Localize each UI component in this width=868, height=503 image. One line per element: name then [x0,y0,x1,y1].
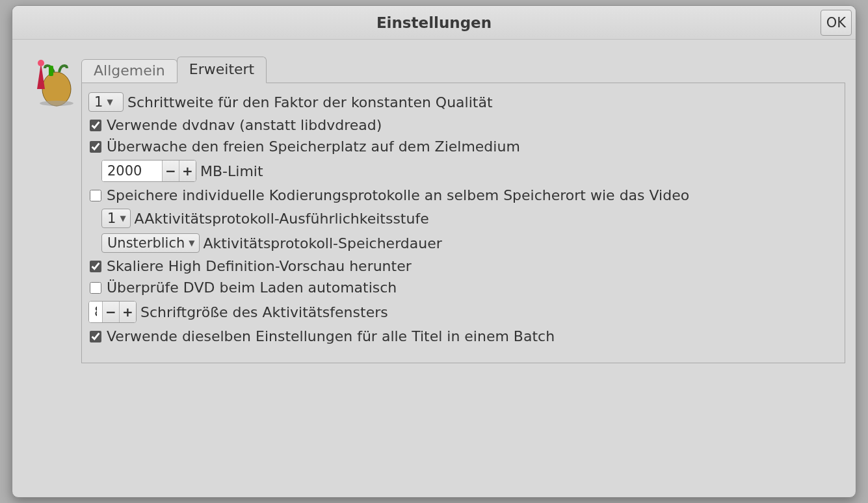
row-check-dvd: Überprüfe DVD beim Laden automatisch [88,279,838,296]
row-scale-hd: Skaliere High Definition-Vorschau herunt… [88,258,838,274]
svg-marker-3 [37,63,45,89]
font-size-plus-button[interactable]: + [119,302,136,322]
row-font-size: − + Schriftgröße des Aktivitätsfensters [88,301,838,323]
mb-limit-plus-button[interactable]: + [179,161,196,181]
dvdnav-label: Verwende dvdnav (anstatt libdvdread) [107,117,382,133]
row-log-retention: Unsterblich ▼ Aktivitätsprotokoll-Speich… [101,233,838,253]
quality-step-value: 1 [94,94,103,110]
log-verbosity-value: 1 [107,211,116,226]
titlebar: Einstellungen OK [12,6,856,40]
log-retention-dropdown[interactable]: Unsterblich ▼ [101,233,200,253]
row-same-settings-batch: Verwende dieselben Einstellungen für all… [88,328,838,344]
monitor-space-checkbox[interactable] [90,141,101,153]
scale-hd-checkbox[interactable] [90,261,101,272]
quality-step-label: Schrittweite für den Faktor der konstant… [127,94,493,110]
window-title: Einstellungen [12,14,856,31]
row-dvdnav: Verwende dvdnav (anstatt libdvdread) [88,117,838,133]
save-logs-label: Speichere individuelle Kodierungsprotoko… [107,187,689,203]
row-log-verbosity: 1 ▼ AAktivitätsprotokoll-Ausführlichkeit… [101,209,838,228]
ok-button[interactable]: OK [821,10,852,36]
handbrake-icon [25,57,77,109]
check-dvd-checkbox[interactable] [90,282,101,294]
log-verbosity-label: AAktivitätsprotokoll-Ausführlichkeitsstu… [135,211,429,227]
font-size-input[interactable] [89,302,102,322]
svg-point-4 [38,60,44,66]
log-retention-label: Aktivitätsprotokoll-Speicherdauer [204,235,442,252]
same-settings-batch-checkbox[interactable] [90,331,101,342]
monitor-space-label: Überwache den freien Speicherplatz auf d… [107,138,520,155]
row-save-logs: Speichere individuelle Kodierungsprotoko… [88,187,838,203]
chevron-down-icon: ▼ [189,239,194,248]
dvdnav-checkbox[interactable] [90,120,101,131]
row-quality-step: 1 ▼ Schrittweite für den Faktor der kons… [88,92,838,112]
tabs-container: Allgemein Erweitert 1 ▼ Schrittweite für… [81,57,845,363]
svg-point-5 [40,101,73,106]
mb-limit-minus-button[interactable]: − [162,161,179,181]
scale-hd-label: Skaliere High Definition-Vorschau herunt… [107,258,412,274]
tab-general[interactable]: Allgemein [81,59,178,83]
tab-advanced[interactable]: Erweitert [177,57,267,83]
preferences-window: Einstellungen OK Allgemein Erweitert [12,5,856,498]
log-verbosity-dropdown[interactable]: 1 ▼ [101,209,131,228]
font-size-minus-button[interactable]: − [102,302,119,322]
check-dvd-label: Überprüfe DVD beim Laden automatisch [107,279,397,296]
font-size-spinner: − + [88,301,137,323]
mb-limit-input[interactable] [102,161,162,181]
chevron-down-icon: ▼ [120,214,125,223]
chevron-down-icon: ▼ [107,97,112,107]
mb-limit-label: MB-Limit [200,163,263,179]
mb-limit-spinner: − + [101,160,196,182]
log-retention-value: Unsterblich [107,235,185,251]
quality-step-dropdown[interactable]: 1 ▼ [88,92,124,112]
save-logs-checkbox[interactable] [90,190,101,201]
row-monitor-space: Überwache den freien Speicherplatz auf d… [88,138,838,155]
same-settings-batch-label: Verwende dieselben Einstellungen für all… [107,328,555,344]
svg-rect-2 [49,66,53,76]
font-size-label: Schriftgröße des Aktivitätsfensters [140,304,388,320]
tab-panel-advanced: 1 ▼ Schrittweite für den Faktor der kons… [81,83,845,363]
window-body: Allgemein Erweitert 1 ▼ Schrittweite für… [12,40,856,497]
row-mb-limit: − + MB-Limit [101,160,838,182]
tab-strip: Allgemein Erweitert [81,57,845,83]
